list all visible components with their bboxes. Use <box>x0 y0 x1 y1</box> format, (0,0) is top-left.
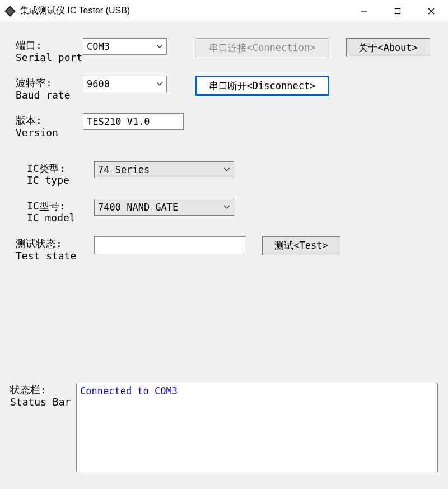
app-icon <box>4 6 16 17</box>
serial-port-select[interactable]: COM3 <box>83 38 167 55</box>
ic-model-value: 7400 NAND GATE <box>98 202 178 213</box>
status-bar-text: Connected to COM3 <box>80 385 178 397</box>
window-controls <box>347 0 448 22</box>
ic-type-select[interactable]: 74 Series <box>94 161 234 178</box>
baud-rate-label: 波特率: Baud rate <box>16 76 83 101</box>
close-button[interactable] <box>414 0 448 22</box>
connect-button-label: 串口连接<Connection> <box>209 41 316 54</box>
ic-model-select[interactable]: 7400 NAND GATE <box>94 199 234 216</box>
disconnect-button-label: 串口断开<Disconnect> <box>209 80 316 92</box>
ic-model-label: IC型号: IC model <box>27 199 94 224</box>
serial-port-value: COM3 <box>87 41 110 52</box>
window-title: 集成测试仪 IC Tester (USB) <box>20 5 347 17</box>
version-label: 版本: Version <box>16 113 83 138</box>
chevron-down-icon <box>156 44 163 49</box>
baud-rate-value: 9600 <box>87 78 110 90</box>
connect-button: 串口连接<Connection> <box>195 38 329 57</box>
version-field: TES210 V1.0 <box>83 113 184 130</box>
window-titlebar: 集成测试仪 IC Tester (USB) <box>0 0 448 22</box>
status-bar-output[interactable]: Connected to COM3 <box>76 383 438 472</box>
chevron-down-icon <box>223 205 230 209</box>
ic-type-label: IC类型: IC type <box>27 161 94 187</box>
test-button[interactable]: 测试<Test> <box>262 236 340 255</box>
baud-rate-select[interactable]: 9600 <box>83 76 167 92</box>
status-bar-label: 状态栏: Status Bar <box>10 383 76 408</box>
test-button-label: 测试<Test> <box>274 239 328 252</box>
serial-port-label: 端口: Serial port <box>16 38 83 63</box>
about-button-label: 关于<About> <box>358 41 418 54</box>
test-state-label: 测试状态: Test state <box>16 236 94 262</box>
test-state-field <box>94 236 245 254</box>
chevron-down-icon <box>156 82 163 86</box>
chevron-down-icon <box>223 167 230 172</box>
about-button[interactable]: 关于<About> <box>346 38 430 57</box>
disconnect-button[interactable]: 串口断开<Disconnect> <box>195 76 329 96</box>
ic-type-value: 74 Series <box>98 164 150 175</box>
minimize-button[interactable] <box>347 0 381 22</box>
version-value: TES210 V1.0 <box>87 116 150 127</box>
maximize-button[interactable] <box>381 0 414 22</box>
svg-rect-3 <box>395 8 400 13</box>
